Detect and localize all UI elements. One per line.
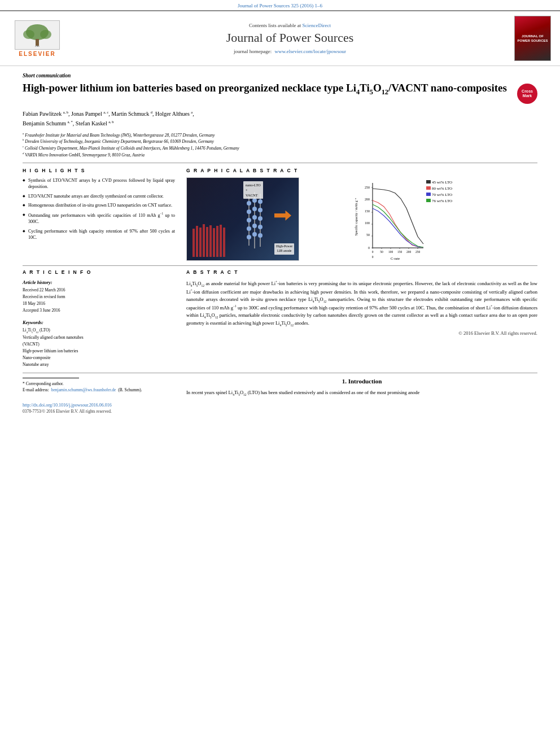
svg-rect-9 xyxy=(206,227,208,257)
homepage-url[interactable]: www.elsevier.com/locate/jpowsour xyxy=(275,49,346,54)
affil-a: a Fraunhofer Institute for Material and … xyxy=(23,132,537,138)
svg-text:50: 50 xyxy=(380,250,383,254)
ga-chart: 45 wt% LTO 80 wt% LTO 70 wt% LTO 76 wt% … xyxy=(304,177,537,261)
graphical-abstract-section: G R A P H I C A L A B S T R A C T xyxy=(186,168,537,261)
svg-text:100: 100 xyxy=(388,250,393,254)
svg-rect-11 xyxy=(213,228,215,257)
graphical-abstract-heading: G R A P H I C A L A B S T R A C T xyxy=(186,168,537,173)
svg-text:C-rate: C-rate xyxy=(391,256,400,260)
svg-rect-6 xyxy=(196,226,198,257)
highlights-list: ◆Synthesis of LTO/VACNT arrays by a CVD … xyxy=(23,177,175,241)
keyword-1: Li4Ti5O12 (LTO) xyxy=(23,327,175,334)
svg-point-25 xyxy=(252,215,257,220)
keyword-4: Nano-composite xyxy=(23,355,175,361)
svg-text:250: 250 xyxy=(415,250,421,254)
divider-2 xyxy=(23,265,537,266)
svg-rect-39 xyxy=(426,199,431,202)
ga-highpower-label: High-PowerLIB anode xyxy=(274,243,294,255)
affil-b: b Dresden University of Technology, Inor… xyxy=(23,138,537,145)
svg-rect-12 xyxy=(216,226,218,257)
keywords-label: Keywords: xyxy=(23,320,175,325)
highlights-graphical-row: H I G H L I G H T S ◆Synthesis of LTO/VA… xyxy=(23,168,537,261)
footnote-intro-row: * Corresponding author. E-mail address: … xyxy=(23,378,537,414)
cover-image: JOURNAL OF POWER SOURCES xyxy=(514,16,551,61)
doi-link[interactable]: http://dx.doi.org/10.1016/j.jpowsour.201… xyxy=(23,403,112,408)
svg-rect-5 xyxy=(193,229,195,257)
article-dates: Received 22 March 2016 Received in revis… xyxy=(23,287,175,314)
divider-3 xyxy=(23,373,537,373)
svg-point-20 xyxy=(247,218,251,222)
keywords-section: Keywords: Li4Ti5O12 (LTO) Vertically ali… xyxy=(23,320,175,368)
svg-text:0: 0 xyxy=(372,255,374,259)
svg-text:100: 100 xyxy=(365,221,370,225)
corresponding-author: * Corresponding author. xyxy=(23,381,175,386)
intro-text: In recent years spinel Li4Ti5O12 (LTO) h… xyxy=(186,389,537,397)
footnotes-section: * Corresponding author. E-mail address: … xyxy=(23,378,175,414)
svg-text:Specific capacity / mAh g⁻¹: Specific capacity / mAh g⁻¹ xyxy=(355,198,358,235)
journal-title-display: Journal of Power Sources xyxy=(71,30,509,45)
svg-point-2 xyxy=(40,30,51,39)
journal-citation-bar: Journal of Power Sources 325 (2016) 1–6 xyxy=(0,0,560,10)
highlight-4: ◆Outstanding rate performances with spec… xyxy=(23,212,175,225)
svg-text:250: 250 xyxy=(365,186,370,189)
svg-text:150: 150 xyxy=(397,250,403,254)
svg-point-22 xyxy=(247,235,251,239)
svg-text:45 wt% LTO: 45 wt% LTO xyxy=(432,180,452,185)
crossmark-badge: CrossMark xyxy=(517,84,537,104)
email-link[interactable]: benjamin.schumm@iws.fraunhofer.de xyxy=(51,387,116,392)
homepage-line: journal homepage: www.elsevier.com/locat… xyxy=(71,49,509,54)
ga-chart-svg: 45 wt% LTO 80 wt% LTO 70 wt% LTO 76 wt% … xyxy=(304,177,537,261)
elsevier-tree-graphic: elm xyxy=(15,20,60,50)
svg-text:50: 50 xyxy=(366,233,370,237)
title-part1: High-power lithium ion batteries based o… xyxy=(23,82,356,94)
svg-point-26 xyxy=(252,224,257,228)
svg-text:80 wt% LTO: 80 wt% LTO xyxy=(432,186,452,191)
article-info-section: A R T I C L E I N F O Article history: R… xyxy=(23,269,175,368)
svg-text:0: 0 xyxy=(372,250,374,254)
footnote-divider-short xyxy=(23,378,79,378)
doi-line: http://dx.doi.org/10.1016/j.jpowsour.201… xyxy=(23,401,175,408)
sciencedirect-link[interactable]: ScienceDirect xyxy=(303,23,331,28)
accepted-date: Accepted 3 June 2016 xyxy=(23,307,175,314)
crossmark-icon: CrossMark xyxy=(517,84,537,104)
keyword-2: Vertically aligned carbon nanotubes(VACN… xyxy=(23,334,175,348)
introduction-section: 1. Introduction In recent years spinel L… xyxy=(186,378,537,414)
affil-d: d VARTA Micro Innovation GmbH, Stremayrg… xyxy=(23,151,537,158)
contents-text: Contents lists available at xyxy=(249,23,301,28)
svg-text:0: 0 xyxy=(368,246,370,250)
svg-rect-33 xyxy=(426,180,431,184)
svg-rect-14 xyxy=(223,228,225,257)
svg-text:200: 200 xyxy=(365,198,370,201)
revised-date: 18 May 2016 xyxy=(23,300,175,307)
title-sub3: 12 xyxy=(382,88,388,96)
svg-rect-10 xyxy=(209,225,212,257)
highlight-2: ◆LTO/VACNT nanotube arrays are directly … xyxy=(23,193,175,200)
email-label: E-mail address: xyxy=(23,387,49,392)
elsevier-brand-text: ELSEVIER xyxy=(19,51,55,57)
highlight-3: ◆Homogeneous distribution of in-situ gro… xyxy=(23,202,175,209)
email-line: E-mail address: benjamin.schumm@iws.frau… xyxy=(23,387,175,392)
contents-line: Contents lists available at ScienceDirec… xyxy=(71,23,509,28)
received-date: Received 22 March 2016 xyxy=(23,287,175,294)
homepage-text: journal homepage: xyxy=(234,49,272,54)
article-info-abstract-row: A R T I C L E I N F O Article history: R… xyxy=(23,269,537,368)
title-text: High-power lithium ion batteries based o… xyxy=(23,81,507,97)
intro-heading: 1. Introduction xyxy=(186,378,537,385)
affil-c: c Colloid Chemistry Department, Max-Plan… xyxy=(23,145,537,151)
svg-text:elm: elm xyxy=(35,45,40,47)
highlights-section: H I G H L I G H T S ◆Synthesis of LTO/VA… xyxy=(23,168,175,261)
svg-point-31 xyxy=(258,225,262,229)
svg-point-1 xyxy=(23,30,34,39)
keyword-3: High-power lithium ion batteries xyxy=(23,348,175,355)
highlight-1: ◆Synthesis of LTO/VACNT arrays by a CVD … xyxy=(23,177,175,190)
revised-label: Received in revised form xyxy=(23,294,175,300)
divider-1 xyxy=(23,163,537,163)
svg-point-32 xyxy=(258,233,262,238)
svg-rect-7 xyxy=(199,228,202,257)
title-end: /VACNT nano-composites xyxy=(388,82,507,94)
article-info-heading: A R T I C L E I N F O xyxy=(23,269,175,275)
authors-line: Fabian Pawlitzek a, b, Jonas Pampel a, c… xyxy=(23,110,537,128)
author-2: Benjamin Schumm a, *, Stefan Kaskel a, b xyxy=(23,120,114,126)
article-type: Short communication xyxy=(23,73,537,78)
svg-rect-8 xyxy=(203,224,205,257)
